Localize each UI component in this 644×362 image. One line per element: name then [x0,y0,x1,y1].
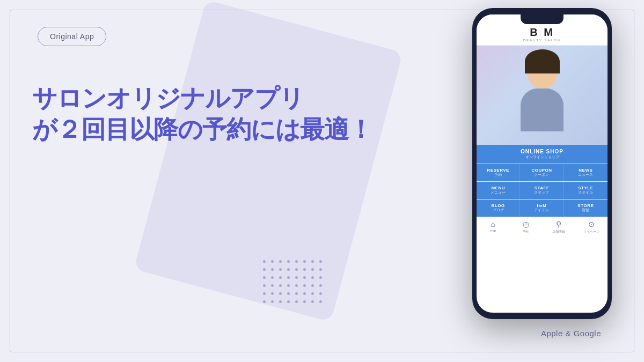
phone-screen: B M BEAUTY SALON ONLINE [477,14,608,313]
phone-hero-image [477,46,608,145]
dot [287,276,290,279]
grid-row-3: BLOG ブログ IteM アイテム STORE 店舗 [477,199,608,217]
grid-row-2: MENU メニュー STAFF スタッフ STYLE スタイル [477,181,608,199]
dot [287,260,290,263]
dot [303,276,306,279]
menu-label: MENU [478,186,518,190]
dot [271,292,274,295]
nav-reserve-label: 予約 [523,230,529,234]
hero-person [510,48,574,145]
nav-top[interactable]: ⌂ TOP [477,220,509,234]
phone-notch [521,14,564,24]
phone-app-grid: ONLINE SHOP オンラインショップ RESERVE 予約 COUPON … [477,145,608,217]
dot [263,276,266,279]
dot [311,260,314,263]
coupon-button[interactable]: COUPON クーポン [520,164,564,181]
dot [271,300,274,303]
home-icon: ⌂ [491,220,495,228]
nav-mypage[interactable]: ⊙ マイページ [575,220,608,234]
item-button[interactable]: IteM アイテム [520,200,564,217]
staff-button[interactable]: STAFF スタッフ [520,182,564,199]
dot [295,292,298,295]
location-icon: ⚲ [556,220,561,228]
dot [271,284,274,287]
dot [319,260,322,263]
dot [271,260,274,263]
news-label: NEWS [566,168,606,173]
menu-sub: メニュー [478,190,518,195]
dot [295,276,298,279]
dot [287,268,290,271]
dot [319,300,322,303]
dot [303,260,306,263]
blog-button[interactable]: BLOG ブログ [477,200,520,217]
dot [287,284,290,287]
dot [303,268,306,271]
dot [311,284,314,287]
person-face [528,54,557,88]
dot [319,268,322,271]
online-shop-main-label: ONLINE SHOP [479,149,605,154]
dot [295,284,298,287]
dot [271,268,274,271]
dot [271,276,274,279]
dot [279,260,282,263]
dot [287,292,290,295]
bm-logo: B M [477,26,608,39]
page-wrapper: Original App // Will be rendered via JS … [0,0,644,362]
store-button[interactable]: STORE 店舗 [564,200,608,217]
reserve-button[interactable]: RESERVE 予約 [477,164,520,181]
dot [319,276,322,279]
dot [263,268,266,271]
online-shop-button[interactable]: ONLINE SHOP オンラインショップ [477,145,608,164]
platform-label: Apple & Google [541,329,601,338]
dot [279,276,282,279]
grid-row-1: RESERVE 予約 COUPON クーポン NEWS ニュース [477,164,608,181]
nav-reserve[interactable]: ◷ 予約 [509,220,542,234]
coupon-sub: クーポン [522,173,561,178]
item-label: IteM [522,203,561,208]
dot [319,284,322,287]
nav-store-info[interactable]: ⚲ 店舗情報 [542,220,575,234]
style-button[interactable]: STYLE スタイル [564,182,608,199]
store-label: STORE [566,203,606,208]
headline-line1: サロンオリジナルアプリ [32,83,372,114]
phone-bottom-nav: ⌂ TOP ◷ 予約 ⚲ 店舗情報 ⊙ マイページ [477,217,608,239]
dot [279,300,282,303]
item-sub: アイテム [522,208,561,213]
news-button[interactable]: NEWS ニュース [564,164,608,181]
nav-store-label: 店舗情報 [552,230,565,234]
reserve-sub: 予約 [478,173,518,178]
dot [295,260,298,263]
phone-outer: B M BEAUTY SALON ONLINE [472,8,612,319]
blog-sub: ブログ [478,208,518,213]
blog-label: BLOG [478,203,518,208]
headline-area: サロンオリジナルアプリ が２回目以降の予約には最適！ [32,83,372,145]
nav-mypage-label: マイページ [583,230,599,234]
coupon-label: COUPON [522,168,561,173]
headline-line2: が２回目以降の予約には最適！ [32,114,372,145]
dot [311,300,314,303]
menu-button[interactable]: MENU メニュー [477,182,520,199]
original-app-badge: Original App [38,27,106,46]
phone-mockup: B M BEAUTY SALON ONLINE [472,8,612,319]
dot [311,268,314,271]
badge-label: Original App [50,32,94,41]
dot [263,284,266,287]
staff-sub: スタッフ [522,190,561,195]
style-label: STYLE [566,186,606,190]
online-shop-sub-label: オンラインショップ [479,154,605,160]
news-sub: ニュース [566,173,606,178]
dot [295,300,298,303]
dot [295,268,298,271]
dot [279,292,282,295]
person-icon: ⊙ [588,220,595,228]
dot [263,260,266,263]
dot [303,300,306,303]
dot [311,292,314,295]
dot [263,300,266,303]
dot [287,300,290,303]
dot [303,292,306,295]
bm-subtitle: BEAUTY SALON [477,39,608,42]
dot [279,268,282,271]
